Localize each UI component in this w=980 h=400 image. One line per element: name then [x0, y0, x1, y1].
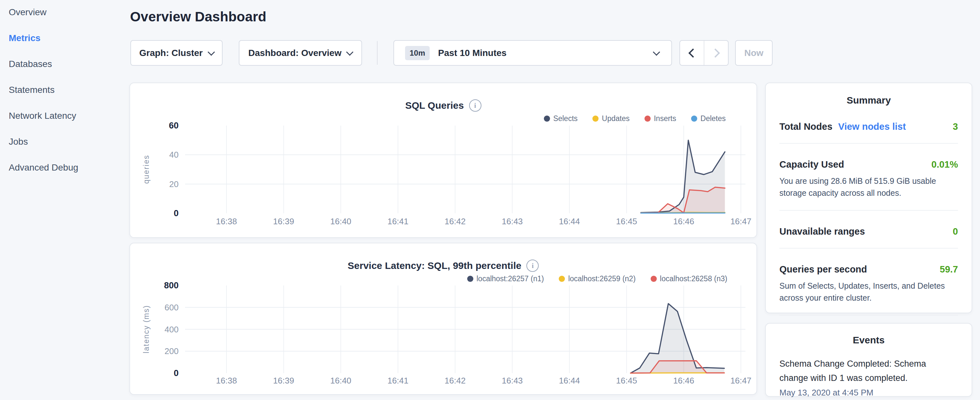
y-axis-tick: 0 — [140, 368, 178, 378]
summary-title: Summary — [780, 95, 958, 106]
summary-row-description: You are using 28.6 MiB of 515.9 GiB usab… — [780, 175, 958, 199]
time-step-forward-button[interactable] — [704, 41, 728, 65]
sidebar-item-metrics[interactable]: Metrics — [9, 33, 119, 43]
summary-row-capacity-used: Capacity Used 0.01% You are using 28.6 M… — [780, 159, 958, 199]
page-title: Overview Dashboard — [130, 9, 266, 25]
summary-row-total-nodes: Total Nodes View nodes list 3 — [780, 121, 958, 132]
y-axis-tick: 600 — [140, 303, 178, 312]
y-axis-tick: 200 — [140, 346, 178, 356]
x-axis-tick: 16:46 — [664, 217, 703, 226]
x-axis-tick: 16:47 — [721, 217, 760, 226]
divider — [780, 248, 958, 249]
chevron-down-icon — [346, 48, 354, 56]
y-axis-tick: 40 — [140, 150, 178, 160]
sidebar-item-advanced-debug[interactable]: Advanced Debug — [9, 163, 119, 172]
x-axis-tick: 16:42 — [436, 217, 475, 226]
x-axis-tick: 16:40 — [321, 376, 360, 386]
summary-row-value: 0.01% — [931, 159, 958, 170]
x-axis-tick: 16:45 — [607, 217, 646, 226]
y-axis-tick: 60 — [140, 121, 178, 131]
x-axis-tick: 16:43 — [493, 217, 531, 226]
x-axis-tick: 16:42 — [436, 376, 475, 386]
y-axis-tick: 400 — [140, 325, 178, 335]
summary-row-label: Total Nodes — [780, 121, 832, 132]
summary-row-value: 3 — [953, 121, 958, 132]
summary-row-label: Queries per second — [780, 264, 867, 275]
summary-row-queries-per-second: Queries per second 59.7 Sum of Selects, … — [780, 264, 958, 304]
sidebar-item-statements[interactable]: Statements — [9, 85, 119, 94]
events-panel: Events Schema Change Completed: Schema c… — [765, 323, 972, 397]
time-range-dropdown[interactable]: 10m Past 10 Minutes — [393, 40, 672, 66]
divider — [780, 210, 958, 211]
service-latency-plot-area[interactable] — [130, 243, 758, 395]
y-axis-label: queries — [142, 121, 152, 218]
sql-queries-plot-area[interactable] — [130, 83, 758, 239]
x-axis-tick: 16:43 — [493, 376, 531, 386]
summary-row-description: Sum of Selects, Updates, Inserts, and De… — [780, 280, 958, 304]
dashboard-dropdown-label: Dashboard: Overview — [248, 48, 342, 58]
y-axis-tick: 20 — [140, 179, 178, 189]
events-title: Events — [780, 335, 958, 346]
event-item-timestamp: May 13, 2020 at 4:45 PM — [780, 388, 958, 398]
x-axis-tick: 16:46 — [664, 376, 703, 386]
summary-row-unavailable-ranges: Unavailable ranges 0 — [780, 226, 958, 237]
dashboard-dropdown[interactable]: Dashboard: Overview — [239, 40, 362, 66]
chevron-right-icon — [711, 48, 719, 57]
now-button-label: Now — [744, 48, 763, 58]
sql-queries-chart-card: SQL Queries i SelectsUpdatesInsertsDelet… — [129, 83, 757, 238]
view-nodes-list-link[interactable]: View nodes list — [838, 121, 906, 132]
summary-row-label: Unavailable ranges — [780, 226, 865, 237]
x-axis-tick: 16:44 — [550, 217, 589, 226]
summary-row-value: 59.7 — [940, 264, 958, 275]
y-axis-tick: 800 — [140, 280, 178, 291]
db-console-page: OverviewMetricsDatabasesStatementsNetwor… — [0, 0, 980, 400]
x-axis-tick: 16:39 — [264, 376, 303, 386]
sidebar-nav: OverviewMetricsDatabasesStatementsNetwor… — [9, 8, 119, 189]
divider — [780, 143, 958, 144]
x-axis-tick: 16:41 — [379, 217, 417, 226]
chevron-down-icon — [653, 48, 660, 56]
x-axis-tick: 16:45 — [607, 376, 646, 386]
now-button[interactable]: Now — [735, 40, 773, 66]
x-axis-tick: 16:41 — [379, 376, 417, 386]
time-window-label: Past 10 Minutes — [438, 48, 507, 58]
x-axis-tick: 16:38 — [207, 376, 246, 386]
time-window-badge: 10m — [405, 46, 430, 60]
summary-row-value: 0 — [953, 226, 958, 237]
sidebar-item-overview[interactable]: Overview — [9, 8, 119, 17]
event-item-text[interactable]: Schema Change Completed: Schema change w… — [780, 357, 931, 385]
chevron-left-icon — [688, 48, 697, 57]
sidebar-item-network-latency[interactable]: Network Latency — [9, 112, 119, 120]
x-axis-tick: 16:47 — [721, 376, 760, 386]
sidebar-item-jobs[interactable]: Jobs — [9, 137, 119, 146]
x-axis-tick: 16:44 — [550, 376, 589, 386]
divider — [780, 315, 958, 316]
x-axis-tick: 16:38 — [207, 217, 246, 226]
y-axis-tick: 0 — [140, 209, 178, 218]
service-latency-chart-card: Service Latency: SQL, 99th percentile i … — [129, 243, 757, 395]
graph-scope-dropdown-label: Graph: Cluster — [139, 48, 202, 58]
x-axis-tick: 16:40 — [321, 217, 360, 226]
time-step-buttons — [679, 40, 729, 66]
sidebar-item-databases[interactable]: Databases — [9, 59, 119, 69]
summary-row-label: Capacity Used — [780, 159, 844, 170]
time-step-back-button[interactable] — [680, 41, 704, 65]
summary-panel: Summary Total Nodes View nodes list 3 Ca… — [765, 83, 972, 313]
chevron-down-icon — [207, 48, 215, 56]
graph-scope-dropdown[interactable]: Graph: Cluster — [130, 40, 223, 66]
x-axis-tick: 16:39 — [264, 217, 303, 226]
toolbar-divider — [377, 41, 377, 65]
